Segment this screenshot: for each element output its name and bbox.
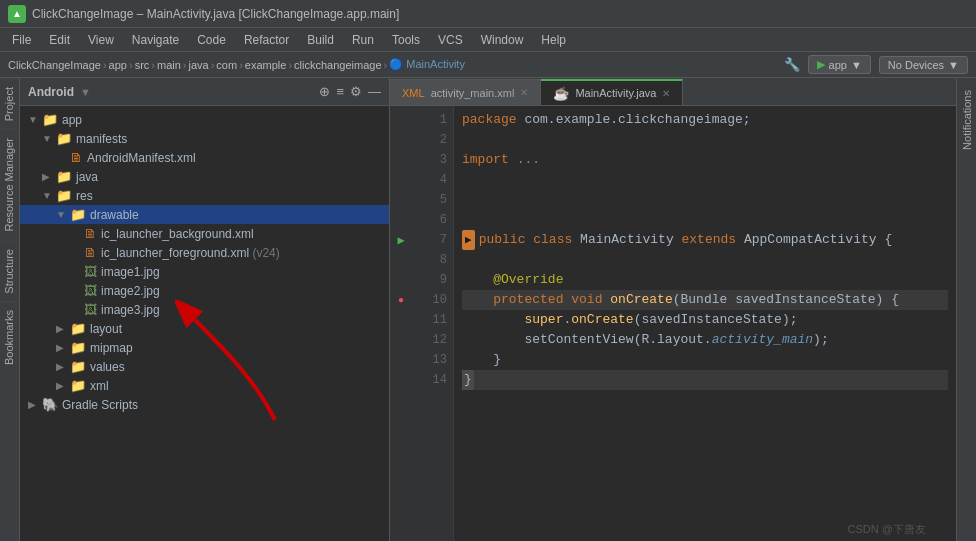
menu-edit[interactable]: Edit (41, 31, 78, 49)
code-line-5 (462, 190, 948, 210)
app-icon: ▲ (8, 5, 26, 23)
gutter-8 (392, 250, 410, 270)
project-panel-label[interactable]: Project (0, 78, 19, 129)
gutter-3 (392, 150, 410, 170)
gutter-1 (392, 110, 410, 130)
breadcrumb-clickchangeimage[interactable]: clickchangeimage (294, 59, 381, 71)
project-panel-title: Android (28, 85, 74, 99)
breadcrumb-com[interactable]: com (216, 59, 237, 71)
breadcrumb-app[interactable]: app (109, 59, 127, 71)
gutter-10: ● (392, 290, 410, 310)
structure-label[interactable]: Structure (0, 240, 19, 302)
left-side-panels: Project Resource Manager Structure Bookm… (0, 78, 20, 541)
gutter-5 (392, 190, 410, 210)
gutter-13 (392, 350, 410, 370)
menu-navigate[interactable]: Navigate (124, 31, 187, 49)
gutter-4 (392, 170, 410, 190)
code-line-4 (462, 170, 948, 190)
breadcrumb-mainactivity[interactable]: 🔵 MainActivity (389, 58, 465, 71)
breadcrumb-right: 🔧 ▶ app ▼ No Devices ▼ (784, 55, 968, 74)
code-line-7: ▶ public class MainActivity extends AppC… (462, 230, 948, 250)
menu-run[interactable]: Run (344, 31, 382, 49)
code-line-12: setContentView(R.layout.activity_main); (462, 330, 948, 350)
gutter-6 (392, 210, 410, 230)
code-line-13: } (462, 350, 948, 370)
main-layout: Project Resource Manager Structure Bookm… (0, 78, 976, 541)
tab-activity-main-xml[interactable]: XML activity_main.xml ✕ (390, 79, 541, 105)
menu-tools[interactable]: Tools (384, 31, 428, 49)
menu-build[interactable]: Build (299, 31, 342, 49)
editor-panel: XML activity_main.xml ✕ ☕ MainActivity.j… (390, 78, 956, 541)
title-bar: ▲ ClickChangeImage – MainActivity.java [… (0, 0, 976, 28)
line-numbers: 1 2 3 4 5 6 7 8 9 10 11 12 13 14 (412, 106, 454, 541)
tree-app[interactable]: ▼ 📁 app (20, 110, 389, 129)
gutter-icons: ▶ ● (390, 106, 412, 541)
settings-icon[interactable]: ⚙ (350, 84, 362, 99)
breadcrumb-example[interactable]: example (245, 59, 287, 71)
code-line-2 (462, 130, 948, 150)
tab-mainactivity-java[interactable]: ☕ MainActivity.java ✕ (541, 79, 683, 105)
code-line-14: } (462, 370, 948, 390)
tree-ic-launcher-bg[interactable]: 🗎 ic_launcher_background.xml (20, 224, 389, 243)
gutter-14 (392, 370, 410, 390)
breadcrumb-main[interactable]: main (157, 59, 181, 71)
code-content[interactable]: package com.example.clickchangeimage; im… (454, 106, 956, 541)
code-line-9: @Override (462, 270, 948, 290)
close-tab-xml[interactable]: ✕ (520, 87, 528, 98)
breadcrumb-bar: ClickChangeImage › app › src › main › ja… (0, 52, 976, 78)
gutter-9 (392, 270, 410, 290)
tree-ic-launcher-fg[interactable]: 🗎 ic_launcher_foreground.xml (v24) (20, 243, 389, 262)
code-line-6 (462, 210, 948, 230)
menu-view[interactable]: View (80, 31, 122, 49)
resource-manager-label[interactable]: Resource Manager (0, 129, 19, 240)
code-line-1: package com.example.clickchangeimage; (462, 110, 948, 130)
menu-refactor[interactable]: Refactor (236, 31, 297, 49)
gutter-7: ▶ (392, 230, 410, 250)
breakpoint-dot[interactable]: ● (398, 295, 404, 306)
menu-window[interactable]: Window (473, 31, 532, 49)
run-icon[interactable]: ▶ (397, 233, 404, 248)
tab-bar: XML activity_main.xml ✕ ☕ MainActivity.j… (390, 78, 956, 106)
tree-java[interactable]: ▶ 📁 java (20, 167, 389, 186)
run-config-dropdown[interactable]: ▶ app ▼ (808, 55, 871, 74)
dropdown-arrow[interactable]: ▼ (80, 86, 91, 98)
tree-manifests[interactable]: ▼ 📁 manifests (20, 129, 389, 148)
bookmarks-label[interactable]: Bookmarks (0, 301, 19, 373)
right-side-icons: Notifications (956, 78, 976, 541)
gutter-2 (392, 130, 410, 150)
red-arrow-annotation (175, 300, 295, 433)
breadcrumb-java[interactable]: java (189, 59, 209, 71)
tree-drawable[interactable]: ▼ 📁 drawable (20, 205, 389, 224)
watermark: CSDN @下唐友 (848, 522, 926, 537)
menu-file[interactable]: File (4, 31, 39, 49)
tree-res[interactable]: ▼ 📁 res (20, 186, 389, 205)
notifications-label[interactable]: Notifications (958, 82, 976, 158)
code-line-8 (462, 250, 948, 270)
no-devices-button[interactable]: No Devices ▼ (879, 56, 968, 74)
code-line-3: import ... (462, 150, 948, 170)
code-line-11: super.onCreate(savedInstanceState); (462, 310, 948, 330)
menu-bar: File Edit View Navigate Code Refactor Bu… (0, 28, 976, 52)
close-icon[interactable]: — (368, 84, 381, 99)
gutter-11 (392, 310, 410, 330)
tree-androidmanifest[interactable]: 🗎 AndroidManifest.xml (20, 148, 389, 167)
menu-vcs[interactable]: VCS (430, 31, 471, 49)
window-title: ClickChangeImage – MainActivity.java [Cl… (32, 7, 399, 21)
code-line-10: protected void onCreate(Bundle savedInst… (462, 290, 948, 310)
sync-icon[interactable]: ⊕ (319, 84, 330, 99)
breadcrumb-project[interactable]: ClickChangeImage (8, 59, 101, 71)
tree-image1[interactable]: 🖼 image1.jpg (20, 262, 389, 281)
breadcrumb-src[interactable]: src (135, 59, 150, 71)
gutter-12 (392, 330, 410, 350)
code-editor: ▶ ● 1 2 3 4 5 6 7 8 (390, 106, 956, 541)
navigation-icon[interactable]: 🔧 (784, 57, 800, 72)
close-tab-java[interactable]: ✕ (662, 88, 670, 99)
menu-help[interactable]: Help (533, 31, 574, 49)
collapse-icon[interactable]: ≡ (336, 84, 344, 99)
tree-image2[interactable]: 🖼 image2.jpg (20, 281, 389, 300)
project-toolbar: Android ▼ ⊕ ≡ ⚙ — (20, 78, 389, 106)
menu-code[interactable]: Code (189, 31, 234, 49)
